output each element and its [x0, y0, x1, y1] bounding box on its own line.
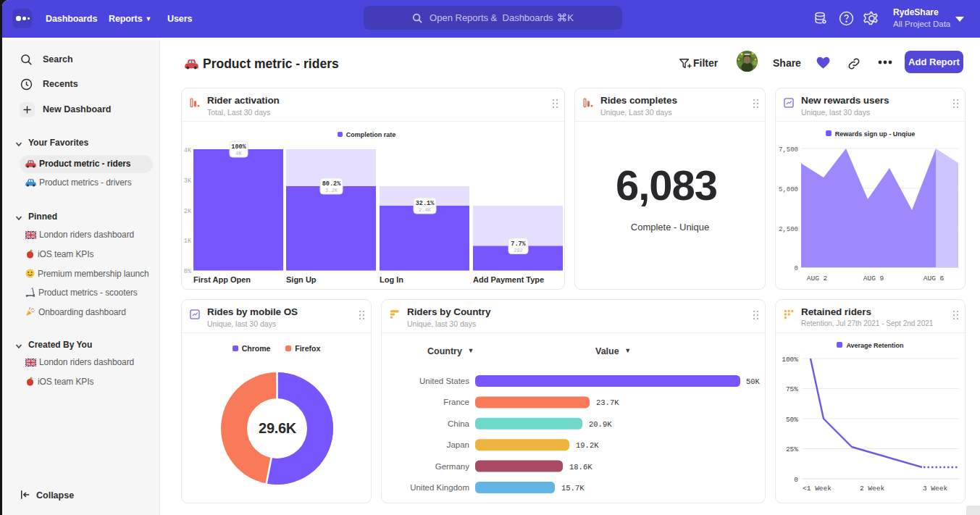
svg-text:7.7%: 7.7%: [511, 240, 526, 248]
svg-text:7,500: 7,500: [779, 146, 798, 154]
svg-text:0: 0: [795, 265, 798, 272]
svg-text:2.4K: 2.4K: [419, 207, 432, 213]
svg-text:Japan: Japan: [447, 440, 469, 449]
svg-text:2,500: 2,500: [779, 226, 798, 233]
svg-text:32.1%: 32.1%: [416, 200, 435, 207]
svg-text:First App Open: First App Open: [193, 275, 251, 284]
svg-text:2 Week: 2 Week: [860, 485, 885, 493]
svg-text:United States: United States: [419, 377, 469, 385]
svg-text:3 Week: 3 Week: [923, 485, 948, 493]
svg-text:2K: 2K: [184, 208, 192, 215]
svg-text:100%: 100%: [782, 356, 798, 364]
svg-text:3.2K: 3.2K: [325, 188, 338, 193]
svg-text:23.7K: 23.7K: [596, 398, 619, 407]
svg-text:AUG 6: AUG 6: [924, 275, 945, 282]
svg-text:1K: 1K: [184, 238, 192, 245]
svg-text:AUG 9: AUG 9: [863, 275, 884, 282]
svg-text:75%: 75%: [786, 385, 798, 393]
svg-text:0: 0: [794, 476, 798, 484]
svg-text:AUG 2: AUG 2: [807, 275, 828, 282]
svg-text:<1 Week: <1 Week: [803, 485, 832, 493]
svg-text:29.6K: 29.6K: [259, 420, 297, 436]
svg-text:20.9K: 20.9K: [589, 420, 612, 429]
svg-text:Germany: Germany: [435, 462, 470, 471]
svg-text:50K: 50K: [746, 377, 761, 386]
svg-text:15.7K: 15.7K: [561, 484, 585, 493]
svg-text:5,000: 5,000: [779, 186, 798, 193]
svg-text:France: France: [443, 398, 469, 406]
svg-text:3K: 3K: [184, 177, 192, 185]
svg-text:19.2K: 19.2K: [576, 441, 599, 450]
svg-text:25%: 25%: [786, 445, 798, 453]
svg-text:4K: 4K: [184, 147, 192, 154]
svg-text:100%: 100%: [231, 143, 246, 151]
svg-text:Log In: Log In: [380, 275, 403, 284]
svg-text:4K: 4K: [235, 151, 242, 156]
svg-text:Add Payment Type: Add Payment Type: [473, 275, 544, 284]
svg-text:0%: 0%: [184, 268, 192, 275]
svg-text:80.2%: 80.2%: [322, 180, 341, 188]
svg-text:Sign Up: Sign Up: [286, 275, 317, 284]
svg-text:18.6K: 18.6K: [569, 463, 592, 472]
svg-text:China: China: [448, 419, 470, 428]
svg-text:50%: 50%: [786, 416, 798, 424]
svg-text:United Kingdom: United Kingdom: [410, 483, 469, 492]
svg-text:292: 292: [514, 248, 523, 254]
